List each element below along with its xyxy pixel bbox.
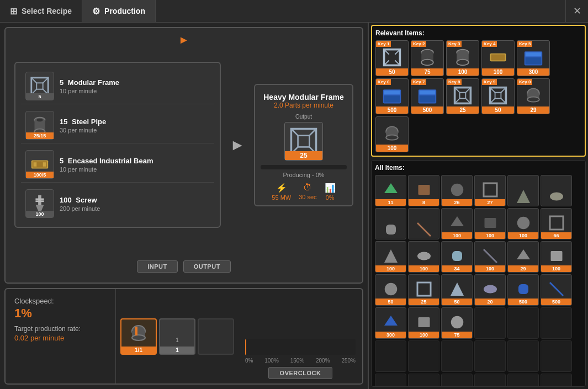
all-item[interactable] [375, 340, 406, 372]
svg-rect-13 [43, 162, 46, 167]
input-button[interactable]: INPUT [137, 260, 178, 273]
relevant-item[interactable]: Key 6 500 [375, 78, 409, 114]
output-button[interactable]: OUTPUT [183, 260, 231, 273]
clockspeed-label: Clockspeed: [14, 297, 107, 305]
all-item[interactable]: 100 [408, 307, 439, 339]
item-count: 100 [442, 232, 472, 239]
all-item[interactable]: 50 [375, 274, 406, 306]
output-item-name: Heavy Modular Frame [263, 93, 344, 102]
item-count: 100 [482, 68, 514, 76]
all-item[interactable] [408, 374, 439, 387]
svg-line-24 [291, 129, 298, 135]
all-item[interactable] [441, 374, 473, 387]
close-button[interactable]: ✕ [565, 0, 588, 22]
all-item[interactable]: 8 [408, 175, 439, 206]
machine-slot-3[interactable] [198, 318, 234, 355]
item-count: 100 [475, 265, 505, 272]
all-item[interactable] [507, 307, 539, 339]
all-item[interactable]: 66 [541, 208, 572, 239]
relevant-item[interactable]: Key 4 100 [481, 40, 515, 76]
relevant-item[interactable]: Key 0 29 [517, 78, 550, 114]
item-count: 500 [508, 299, 538, 305]
modular-frame-name: 5 Modular Frame [60, 78, 210, 87]
all-item[interactable]: 100 [541, 241, 572, 273]
relevant-item[interactable]: Key 2 75 [411, 40, 444, 76]
relevant-item[interactable]: Key 3 100 [446, 40, 479, 76]
overclock-button[interactable]: OVERCLOCK [268, 367, 333, 379]
all-item[interactable] [541, 307, 572, 339]
efficiency-stat: 📊 0% [325, 183, 336, 201]
all-item[interactable]: 100 [507, 208, 539, 239]
all-item[interactable] [541, 340, 572, 372]
all-item[interactable]: 29 [507, 241, 539, 273]
item-count: 50 [376, 68, 408, 76]
all-item[interactable] [474, 307, 506, 339]
all-item[interactable]: 100 [375, 241, 406, 273]
relevant-item[interactable]: Key 1 50 [375, 40, 409, 76]
all-item[interactable] [507, 340, 539, 372]
key-badge: Key 2 [411, 41, 426, 47]
svg-point-39 [457, 60, 469, 66]
machine-slot-1[interactable]: 1/1 [120, 318, 157, 355]
all-item[interactable] [507, 374, 539, 387]
modular-frame-badge: 5 [26, 93, 54, 100]
machine-slot-2[interactable]: 1 1 [159, 318, 195, 355]
tab-production[interactable]: ⚙ Production [82, 0, 156, 22]
all-item[interactable] [474, 374, 506, 387]
svg-point-65 [527, 97, 539, 102]
tab-select-recipe[interactable]: ⊞ Select Recipe [0, 0, 82, 22]
all-item[interactable]: 11 [375, 175, 406, 206]
svg-marker-81 [384, 249, 398, 263]
screw-info: 100 Screw 200 per minute [60, 196, 210, 212]
all-item[interactable]: 26 [441, 175, 473, 206]
all-item[interactable]: 100 [474, 208, 506, 239]
svg-rect-12 [34, 162, 37, 167]
all-item[interactable]: 75 [441, 307, 473, 339]
all-item[interactable]: 500 [541, 274, 572, 306]
key-badge: Key 3 [447, 41, 462, 47]
relevant-item[interactable]: 100 [375, 116, 409, 152]
item-count: 27 [475, 199, 505, 206]
all-item[interactable] [408, 208, 439, 239]
all-item[interactable]: 27 [474, 175, 506, 206]
all-item[interactable] [541, 175, 572, 206]
select-recipe-icon: ⊞ [10, 6, 17, 17]
relevant-item[interactable]: Key 5 300 [517, 40, 550, 76]
all-item[interactable] [408, 340, 439, 372]
all-item[interactable] [474, 340, 506, 372]
item-count: 34 [442, 265, 472, 272]
all-item[interactable]: 100 [474, 241, 506, 273]
svg-rect-41 [491, 55, 505, 61]
all-item[interactable]: 500 [507, 274, 539, 306]
item-count: 500 [541, 299, 571, 305]
item-count: 75 [411, 68, 443, 76]
all-item[interactable] [541, 374, 572, 387]
bottom-panel: Clockspeed: 1% Target production rate: 0… [4, 288, 363, 385]
all-item[interactable]: 100 [441, 208, 473, 239]
arrow-indicator: ► [178, 34, 189, 46]
all-item[interactable]: 34 [441, 241, 473, 273]
all-item[interactable]: 25 [408, 274, 439, 306]
all-item[interactable]: 100 [408, 241, 439, 273]
all-item[interactable]: 20 [474, 274, 506, 306]
relevant-item[interactable]: Key 8 25 [446, 78, 479, 114]
svg-rect-17 [35, 199, 44, 200]
screw-badge: 100 [26, 211, 54, 217]
all-item[interactable] [507, 175, 539, 206]
svg-rect-80 [550, 216, 563, 230]
tab-select-recipe-label: Select Recipe [22, 7, 72, 15]
all-item[interactable] [375, 374, 406, 387]
svg-rect-78 [484, 218, 496, 228]
relevant-item[interactable]: Key 7 500 [411, 78, 444, 114]
svg-rect-50 [420, 95, 436, 103]
all-item[interactable] [375, 208, 406, 239]
scale-bar[interactable] [245, 339, 356, 355]
all-item[interactable]: 300 [375, 307, 406, 339]
output-badge: 25 [285, 151, 322, 160]
all-item[interactable]: 50 [441, 274, 473, 306]
power-icon: ⚡ [276, 183, 287, 193]
power-value: 55 MW [272, 194, 291, 201]
key-badge: Key 9 [482, 79, 497, 85]
all-item[interactable] [441, 340, 473, 372]
relevant-item[interactable]: Key 9 50 [481, 78, 515, 114]
